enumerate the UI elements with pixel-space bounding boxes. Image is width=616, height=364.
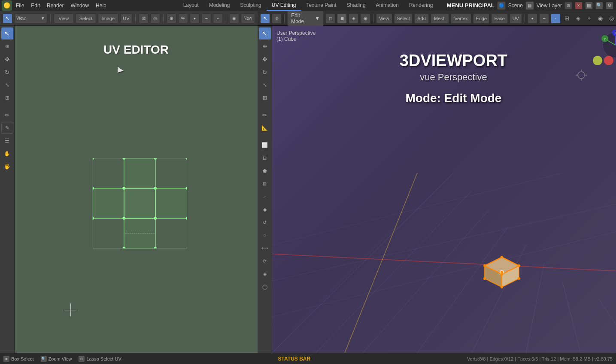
vp-select-menu[interactable]: Select (394, 13, 413, 24)
vp-tool-cursor[interactable]: ⊕ (259, 40, 271, 52)
status-zoom-view[interactable]: 🔍 Zoom View (41, 356, 72, 362)
vp-tool-scale[interactable]: ⤡ (259, 79, 271, 91)
uv-vertex-mode[interactable]: ● (190, 13, 200, 24)
vp-object-types-btn[interactable]: ◈ (574, 14, 583, 23)
vp-tool-annotate[interactable]: ✏ (259, 109, 271, 121)
vp-tool-loop-cut[interactable]: ⊠ (259, 178, 271, 190)
vp-xray-btn[interactable]: ◎ (607, 14, 616, 23)
uv-snap-btn[interactable]: ⊠ (139, 13, 149, 24)
tab-animation[interactable]: Animation (371, 0, 404, 11)
uv-tool-cursor[interactable]: ⊕ (1, 40, 13, 52)
vp-wireframe-btn[interactable]: ◻ (325, 13, 335, 24)
uv-tool-select[interactable]: ↖ (1, 27, 13, 39)
vp-vert-mode-btn[interactable]: ● (528, 13, 537, 24)
vp-tool-to-sphere[interactable]: ◯ (259, 281, 271, 293)
uv-select-btn[interactable]: Select (76, 13, 96, 24)
uv-overlay-btn[interactable]: ◉ (229, 13, 239, 24)
menu-edit[interactable]: Edit (28, 2, 43, 9)
uv-pivot-btn[interactable]: ⊕ (167, 13, 176, 24)
uv-select-tool[interactable]: ↖ (3, 13, 12, 24)
tab-rendering[interactable]: Rendering (404, 0, 438, 11)
close-window-btn[interactable]: ✕ (575, 2, 583, 9)
search-btn[interactable]: 🔍 (595, 2, 603, 9)
vp-tool-measure[interactable]: 📐 (259, 122, 271, 134)
menu-render[interactable]: Render (44, 2, 67, 9)
vp-select-btn[interactable]: ↖ (260, 13, 270, 24)
vp-edit-mode-dropdown[interactable]: Edit Mode ▼ (287, 11, 324, 26)
uv-2d-cursor (64, 303, 77, 316)
vp-mode-chevron: ▼ (315, 15, 320, 21)
uv-tool-relax[interactable]: 🖐 (1, 161, 13, 173)
vp-tool-edge-slide[interactable]: ⟺ (259, 242, 271, 254)
viewport-canvas[interactable]: User Perspective (1) Cube 3DVIEWPORT vue… (272, 26, 616, 353)
tab-modeling[interactable]: Modeling (204, 0, 235, 11)
vp-render-btn[interactable]: ◉ (360, 13, 370, 24)
vp-tool-select[interactable]: ↖ (259, 27, 271, 39)
tab-texture-paint[interactable]: Texture Paint (301, 0, 341, 11)
vp-tool-rotate[interactable]: ↻ (259, 66, 271, 78)
vp-face-mode-btn[interactable]: ▪ (551, 13, 561, 24)
tab-layout[interactable]: Layout (178, 0, 204, 11)
tab-sculpting[interactable]: Sculpting (235, 0, 266, 11)
vp-grid-btn[interactable]: ⊞ (562, 14, 572, 23)
vp-tool-move[interactable]: ✥ (259, 53, 271, 65)
vp-tool-poly-build[interactable]: ◆ (259, 203, 271, 215)
uv-tool-rotate[interactable]: ↻ (1, 66, 13, 78)
uv-tool-annotate3[interactable]: ☰ (1, 135, 13, 147)
vp-edge-menu[interactable]: Edge (473, 13, 489, 24)
vp-tool-smooth[interactable]: ○ (259, 229, 271, 241)
vp-tool-bevel[interactable]: ⬟ (259, 165, 271, 177)
viewport-dot-2[interactable] (604, 56, 613, 65)
vp-tool-spin[interactable]: ↺ (259, 216, 271, 228)
vp-solid-btn[interactable]: ◼ (337, 13, 347, 24)
tab-shading[interactable]: Shading (342, 0, 371, 11)
vp-tool-transform[interactable]: ⊞ (259, 92, 271, 104)
status-box-select[interactable]: ■ Box Select (3, 356, 34, 362)
uv-new-image-btn[interactable]: New (241, 13, 255, 24)
uv-sync-sel[interactable]: ⇆ (178, 13, 188, 24)
viewport-dot-1[interactable] (593, 56, 602, 65)
menu-file[interactable]: File (13, 2, 27, 9)
vp-tool-shrink[interactable]: ⟳ (259, 255, 271, 267)
uv-proportional-btn[interactable]: ◎ (150, 13, 160, 24)
tab-uv-editing[interactable]: UV Editing (267, 0, 301, 11)
vp-view-menu[interactable]: View (376, 13, 392, 24)
uv-view-btn[interactable]: View (54, 13, 74, 24)
vp-gizmo-btn[interactable]: ⌖ (585, 14, 594, 23)
vp-tool-shear[interactable]: ◈ (259, 268, 271, 280)
uv-tool-scale[interactable]: ⤡ (1, 79, 13, 91)
filter-btn[interactable]: ⚙ (606, 2, 613, 9)
uv-mode-select[interactable]: View ▼ (14, 13, 47, 24)
vp-uv-menu[interactable]: UV (510, 13, 522, 24)
uv-tool-annotate[interactable]: ✏ (1, 109, 13, 121)
vp-add-menu[interactable]: Add (414, 13, 429, 24)
vp-edge-mode-btn[interactable]: ━ (539, 13, 549, 24)
uv-face-mode[interactable]: ▪ (213, 13, 223, 24)
svg-rect-7 (124, 188, 155, 218)
menu-help[interactable]: Help (93, 2, 109, 9)
vp-face-menu[interactable]: Face (491, 13, 507, 24)
menu-window[interactable]: Window (67, 2, 92, 9)
blender-logo[interactable]: 🟡 (2, 0, 12, 11)
uv-uv-btn[interactable]: UV (120, 13, 133, 24)
vp-tool-knife[interactable]: ⟋ (259, 191, 271, 203)
vp-overlay-btn[interactable]: ◉ (596, 14, 605, 23)
uv-tool-move[interactable]: ✥ (1, 53, 13, 65)
status-lasso-select[interactable]: ⊙ Lasso Select UV (79, 356, 121, 362)
new-window-btn[interactable]: ⊞ (564, 2, 572, 9)
uv-edge-mode[interactable]: ━ (201, 13, 211, 24)
lasso-select-label: Lasso Select UV (86, 356, 121, 361)
vp-material-btn[interactable]: ◈ (349, 13, 358, 24)
vp-vertex-menu[interactable]: Vertex (451, 13, 471, 24)
uv-tool-transform[interactable]: ⊞ (1, 92, 13, 104)
vp-tool-inset[interactable]: ⊟ (259, 152, 271, 164)
uv-image-btn[interactable]: Image (98, 13, 118, 24)
uv-tool-annotate2[interactable]: ✎ (1, 122, 13, 134)
scene-icon[interactable]: 🔵 (497, 1, 506, 10)
vp-cursor-btn[interactable]: ⊕ (272, 13, 282, 24)
uv-tool-grab[interactable]: ✋ (1, 148, 13, 160)
vp-mesh-menu[interactable]: Mesh (431, 13, 449, 24)
view-icon[interactable]: ▦ (585, 2, 593, 9)
vp-tool-cube-add[interactable]: ⬜ (259, 139, 271, 151)
view-layer-icon[interactable]: ▦ (525, 1, 534, 10)
